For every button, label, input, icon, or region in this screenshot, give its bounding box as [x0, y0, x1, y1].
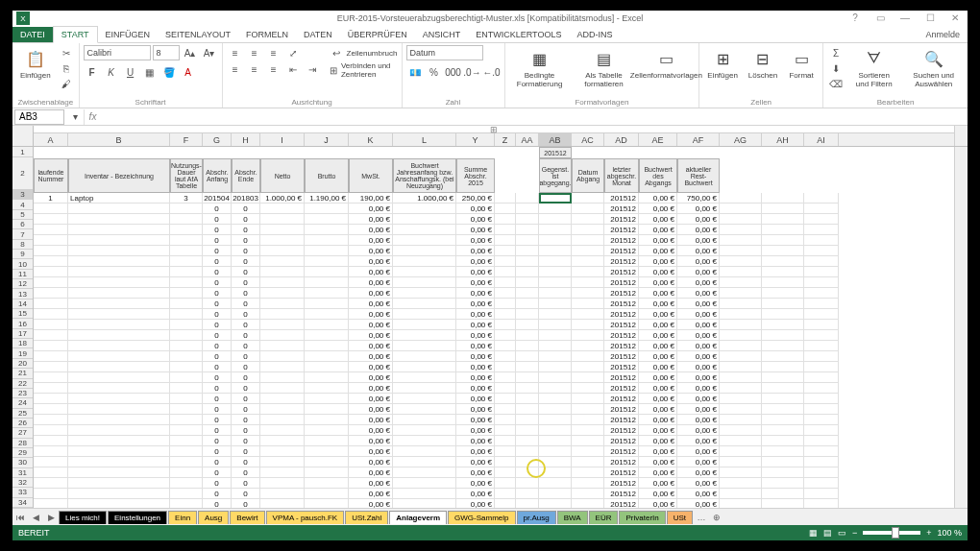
cell[interactable]: [539, 436, 572, 446]
cell[interactable]: 0: [232, 436, 260, 446]
cell[interactable]: [572, 256, 604, 267]
cell[interactable]: 0: [203, 404, 232, 415]
cell[interactable]: [393, 309, 456, 320]
cell[interactable]: 0,00 €: [456, 478, 495, 489]
cell[interactable]: [516, 225, 539, 235]
sheet-tab-ust[interactable]: USt: [667, 511, 693, 524]
cells-area[interactable]: 201512laufende NummerInventar - Bezeichn…: [34, 147, 954, 508]
cell[interactable]: [720, 193, 762, 204]
cell[interactable]: [34, 394, 68, 404]
new-sheet-button[interactable]: ⊕: [709, 510, 724, 525]
col-header-J[interactable]: J: [305, 133, 349, 146]
cell[interactable]: [34, 362, 68, 372]
cell[interactable]: 201512: [604, 320, 639, 330]
sheet-tab-anlageverm[interactable]: Anlageverm: [389, 511, 447, 524]
cell[interactable]: [516, 309, 539, 320]
cell[interactable]: 0,00 €: [456, 256, 495, 267]
cell[interactable]: 0,00 €: [677, 362, 720, 372]
cell[interactable]: [495, 467, 516, 478]
outline-expand-icon[interactable]: ⊞: [34, 126, 954, 133]
cell[interactable]: [34, 299, 68, 309]
cell[interactable]: 201512: [604, 214, 639, 225]
cell[interactable]: [393, 341, 456, 351]
cell[interactable]: Laptop: [68, 193, 170, 204]
cell[interactable]: [762, 446, 804, 457]
cell[interactable]: 750,00 €: [677, 193, 720, 204]
sheet-tab-ust-zahl[interactable]: USt.Zahl: [345, 511, 388, 524]
cell[interactable]: [305, 288, 349, 299]
cell[interactable]: [170, 277, 203, 288]
align-top-icon[interactable]: ≡: [227, 45, 244, 60]
cell[interactable]: [34, 383, 68, 394]
cell[interactable]: 0,00 €: [456, 362, 495, 372]
cell[interactable]: [68, 299, 170, 309]
cell[interactable]: [260, 277, 305, 288]
col-header-AB[interactable]: AB: [539, 133, 572, 146]
cell[interactable]: [68, 446, 170, 457]
cell[interactable]: [34, 214, 68, 225]
cell[interactable]: 201512: [604, 277, 639, 288]
row-header-5[interactable]: 5: [12, 210, 33, 220]
cell[interactable]: [572, 404, 604, 415]
cell[interactable]: 0,00 €: [677, 467, 720, 478]
cell[interactable]: [720, 383, 762, 394]
row-header-9[interactable]: 9: [12, 250, 33, 259]
cell[interactable]: [762, 193, 804, 204]
cell[interactable]: [804, 425, 839, 436]
cell[interactable]: 201512: [604, 246, 639, 256]
cell[interactable]: 201512: [604, 256, 639, 267]
cell[interactable]: 0: [203, 204, 232, 214]
cell[interactable]: 0,00 €: [677, 457, 720, 467]
cell[interactable]: [804, 436, 839, 446]
cell[interactable]: [34, 425, 68, 436]
cell[interactable]: 0,00 €: [677, 288, 720, 299]
cell[interactable]: [495, 499, 516, 508]
cell[interactable]: 0,00 €: [456, 394, 495, 404]
cell[interactable]: [720, 362, 762, 372]
cell[interactable]: [804, 415, 839, 425]
cell[interactable]: [804, 214, 839, 225]
row-header-16[interactable]: 16: [12, 319, 33, 328]
cell[interactable]: [539, 277, 572, 288]
indent-dec-icon[interactable]: ⇤: [284, 61, 302, 77]
cell[interactable]: [170, 246, 203, 256]
cell[interactable]: MwSt.: [349, 158, 393, 193]
cell[interactable]: [804, 299, 839, 309]
cell[interactable]: [68, 204, 170, 214]
cell[interactable]: 0: [232, 499, 260, 508]
cell[interactable]: 0: [232, 214, 260, 225]
cell[interactable]: [68, 341, 170, 351]
cell[interactable]: 0: [203, 383, 232, 394]
cell[interactable]: [572, 204, 604, 214]
cell[interactable]: [539, 351, 572, 362]
cell[interactable]: 0: [232, 446, 260, 457]
cell[interactable]: [260, 341, 305, 351]
cell[interactable]: 1: [34, 193, 68, 204]
cell[interactable]: [804, 309, 839, 320]
cell[interactable]: [305, 299, 349, 309]
cell[interactable]: [170, 309, 203, 320]
cell[interactable]: 0,00 €: [349, 225, 393, 235]
cell[interactable]: [762, 467, 804, 478]
sheet-tab-bwa[interactable]: BWA: [557, 511, 588, 524]
cell[interactable]: [260, 299, 305, 309]
cell[interactable]: 0,00 €: [677, 489, 720, 499]
cell[interactable]: [305, 225, 349, 235]
cell[interactable]: 0: [232, 351, 260, 362]
cell[interactable]: 0,00 €: [639, 320, 677, 330]
cell[interactable]: 0: [203, 425, 232, 436]
cell[interactable]: 201512: [604, 383, 639, 394]
cell[interactable]: [393, 204, 456, 214]
cell[interactable]: [495, 193, 516, 204]
cell[interactable]: 0,00 €: [677, 436, 720, 446]
cell[interactable]: [68, 467, 170, 478]
cell[interactable]: [495, 256, 516, 267]
cell[interactable]: [393, 362, 456, 372]
cell[interactable]: 0,00 €: [456, 204, 495, 214]
cell[interactable]: 201512: [604, 330, 639, 341]
sheet-tab-bewirt[interactable]: Bewirt: [230, 511, 264, 524]
select-all-button[interactable]: [12, 133, 34, 146]
cell[interactable]: [762, 499, 804, 508]
cell[interactable]: [539, 415, 572, 425]
cell[interactable]: [68, 277, 170, 288]
